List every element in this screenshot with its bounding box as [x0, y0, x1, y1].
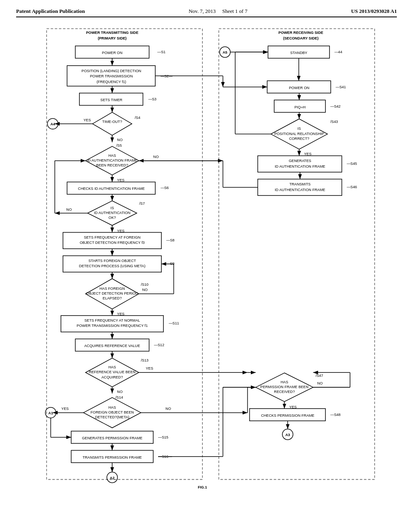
- s7-line2: ID AUTHENTICATION: [94, 211, 131, 215]
- svg-rect-68: [258, 179, 342, 195]
- s4-line1: TIME-OUT?: [102, 120, 122, 124]
- svg-rect-2: [219, 29, 375, 479]
- diagram-area: POWER TRANSMITTING SIDE (PRIMARY SIDE) P…: [16, 21, 397, 513]
- s2-ref: —S2—: [161, 74, 173, 78]
- header-sheet: Sheet 1 of 7: [222, 8, 247, 14]
- s13-yes: YES: [146, 366, 153, 370]
- s14-line2: FOREIGN OBJECT BEEN: [91, 410, 134, 414]
- s43-line2: POSITIONAL RELATIONSHIP: [274, 132, 324, 136]
- a2-label: A2: [110, 476, 115, 480]
- s14-no: NO: [165, 407, 171, 411]
- s43-line1: IS: [297, 127, 301, 131]
- s10-line2: OBJECT DETECTION PERIOD: [86, 291, 138, 295]
- s47-line3: RECEIVED?: [274, 390, 295, 394]
- s10-line3: ELAPSED?: [103, 296, 122, 300]
- s15-label: GENERATES PERMISSION FRAME: [82, 436, 142, 440]
- s43-ref: /S43: [330, 120, 338, 124]
- right-side-subtitle: (SECONDARY SIDE): [283, 36, 319, 40]
- s11-ref: —S11: [169, 321, 179, 325]
- a5-label: A5: [223, 50, 227, 54]
- s47-line1: HAS: [281, 380, 288, 384]
- s10-line1: HAS FOREIGN: [100, 287, 125, 291]
- s15-ref: —S15: [158, 435, 168, 439]
- s7-ref: /S7: [139, 202, 145, 206]
- s41-ref: —S41: [336, 85, 346, 89]
- s6-label: CHECKS ID AUTHENTICATION FRAME: [78, 187, 145, 191]
- s45-line1: GENERATES: [289, 159, 311, 163]
- svg-marker-9: [92, 112, 132, 135]
- left-side-subtitle: (PRIMARY SIDE): [98, 36, 126, 40]
- s47-ref: /S47: [315, 374, 323, 378]
- header-right: US 2013/0293028 A1: [351, 8, 397, 15]
- header-date: Nov. 7, 2013: [189, 8, 216, 14]
- left-side-title: POWER TRANSMITTING SIDE: [86, 31, 138, 35]
- s14-line3: DETECTED?(META): [95, 415, 129, 419]
- s2-line3: (FREQUENCY f1): [96, 80, 126, 84]
- s41-label: POWER ON: [289, 86, 309, 90]
- s11-line2: POWER TRANSMISSION FREQUENCY f1: [77, 324, 148, 328]
- page-header: Patent Application Publication Nov. 7, 2…: [16, 8, 397, 17]
- s5-no: NO: [153, 155, 159, 159]
- s14-yes: YES: [61, 407, 69, 411]
- s7-line1: IS: [111, 206, 114, 210]
- s13-ref: /S13: [141, 358, 148, 362]
- s1-label: POWER ON: [102, 51, 123, 55]
- header-center: Nov. 7, 2013 Sheet 1 of 7: [189, 8, 248, 15]
- s14-line1: HAS: [108, 405, 116, 409]
- s13-line1: HAS: [108, 365, 116, 369]
- flowchart-svg: POWER TRANSMITTING SIDE (PRIMARY SIDE) P…: [16, 21, 397, 513]
- s13-no: NO: [117, 390, 123, 394]
- a3-label: A3: [285, 433, 290, 437]
- s10-no: NO: [142, 288, 148, 292]
- s11-line1: SETS FREQUENCY AT NORMAL: [84, 318, 140, 322]
- s13-line2: REFERENCE VALUE BEEN: [89, 370, 135, 374]
- s9-ref: —S9: [166, 262, 174, 266]
- s42-ref: —S42: [330, 104, 340, 108]
- s45-line2: ID AUTHENTICATION FRAME: [275, 164, 325, 168]
- s9-line1: STARTS FOREIGN OBJECT: [88, 259, 136, 263]
- s43-line3: CORRECT?: [289, 137, 309, 141]
- s12-label: ACQUIRES REFERENCE VALUE: [84, 344, 140, 348]
- figure-label: FIG.1: [198, 485, 207, 489]
- s47-line2: PERMISSION FRAME BEEN: [261, 385, 309, 389]
- s9-line2: DETECTION PROCESS (USING META): [79, 264, 146, 268]
- s5-line2: ID AUTHENTICATION FRAME: [87, 158, 138, 162]
- s46-ref: —S46: [347, 185, 357, 189]
- s5-ref: /S5: [116, 143, 122, 148]
- s14-ref: /S14: [115, 395, 123, 399]
- s2-line2: POWER TRANSMISSION: [90, 74, 133, 78]
- s3-label: SETS TIMER: [100, 98, 123, 102]
- s48-ref: —S48: [330, 413, 340, 417]
- s5-line1: HAS: [108, 154, 116, 158]
- s6-ref: —S6: [161, 186, 169, 190]
- s10-ref: /S10: [141, 283, 148, 287]
- s8-ref: —S8: [166, 238, 174, 242]
- s2-line1: POSITION (LANDING) DETECTION: [81, 69, 141, 73]
- s4-yes: YES: [83, 118, 91, 122]
- a1-label: A1: [48, 411, 53, 415]
- svg-rect-66: [258, 156, 342, 172]
- s44-ref: —44: [334, 50, 342, 54]
- s1-ref: —S1: [157, 50, 165, 54]
- s16-label: TRANSMITS PERMISSION FRAME: [83, 455, 142, 459]
- s5-line3: BEEN RECEIVED?: [96, 163, 128, 167]
- s5-yes: YES: [117, 178, 124, 182]
- s48-label: CHECKS PERMISSION FRAME: [261, 414, 314, 418]
- s4-no: NO: [117, 138, 123, 142]
- a4-label: A4: [50, 122, 56, 126]
- s8-line1: SETS FREQUENCY AT FOREIGN: [84, 235, 140, 239]
- s8-line2: OBJECT DETECTION FREQUENCY f3: [80, 241, 145, 245]
- s42-label: PIQ=H: [294, 105, 306, 109]
- s44-label: STANDBY: [290, 51, 307, 55]
- s4-ref: /S4: [135, 116, 140, 120]
- patent-page: Patent Application Publication Nov. 7, 2…: [0, 0, 413, 532]
- s7-no-label: NO: [66, 208, 72, 212]
- s47-no: NO: [317, 381, 323, 385]
- s12-ref: —S12: [154, 343, 164, 347]
- s7-line3: OK?: [108, 216, 116, 220]
- s45-ref: —S45: [347, 162, 357, 166]
- s46-line1: TRANSMITS: [289, 182, 311, 186]
- s46-line2: ID AUTHENTICATION FRAME: [275, 188, 325, 192]
- s13-line3: ACQUIRED?: [102, 375, 123, 379]
- header-left: Patent Application Publication: [16, 8, 85, 15]
